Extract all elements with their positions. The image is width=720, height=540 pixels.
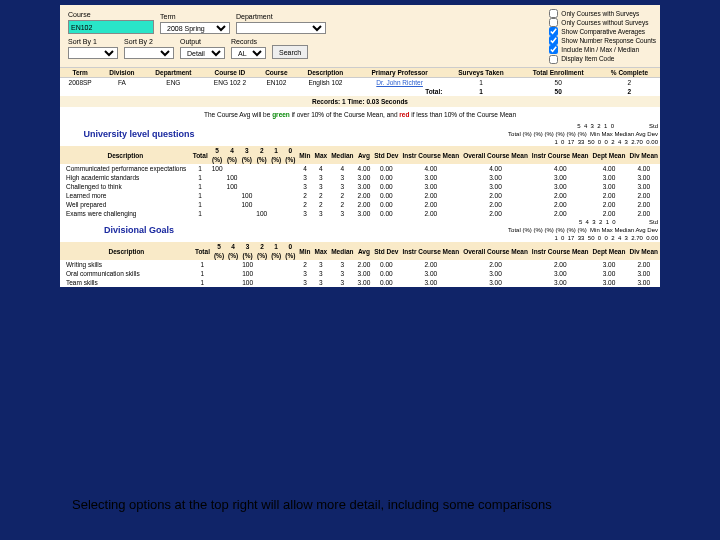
cell: 0.00 xyxy=(372,260,400,269)
n: 0 xyxy=(611,123,614,129)
th-desc: Description xyxy=(60,146,191,164)
cell xyxy=(283,191,297,200)
th: (%) xyxy=(269,251,283,260)
label-output: Output xyxy=(180,38,225,45)
cell xyxy=(225,200,240,209)
cell: 3 xyxy=(329,269,355,278)
cell: Challenged to think xyxy=(60,182,191,191)
cell xyxy=(225,209,240,218)
cell xyxy=(212,278,226,287)
cell: 3 xyxy=(313,260,330,269)
cell xyxy=(283,278,297,287)
checkbox[interactable] xyxy=(549,45,558,54)
records-select[interactable]: ALL xyxy=(231,47,266,59)
th: 0 xyxy=(283,242,297,251)
output-select[interactable]: Detail xyxy=(180,47,225,59)
cell: 4.00 xyxy=(400,164,461,173)
th: Instr Course Mean xyxy=(400,146,461,164)
checkbox[interactable] xyxy=(549,55,558,64)
n: 2 xyxy=(597,123,600,129)
cell: 100 xyxy=(225,173,240,182)
th: Min xyxy=(297,242,312,260)
cell xyxy=(283,209,297,218)
cell: 4 xyxy=(313,164,330,173)
opt-with-surveys[interactable]: Only Courses with Surveys xyxy=(549,9,656,18)
cell: 100 xyxy=(254,209,269,218)
opt-response-counts[interactable]: Show Number Response Counts xyxy=(549,36,656,45)
th: Total xyxy=(193,242,212,260)
th: Description xyxy=(296,68,355,78)
cell: EN102 xyxy=(257,78,296,88)
cell: 4 xyxy=(297,164,312,173)
th: 2 xyxy=(255,242,269,251)
cell: 3.00 xyxy=(461,182,530,191)
table-row: High academic standards11003333.000.003.… xyxy=(60,173,660,182)
th: 1 xyxy=(269,146,283,155)
v: 1 xyxy=(554,235,557,241)
th: Overall Course Mean xyxy=(461,242,530,260)
checkbox[interactable] xyxy=(549,36,558,45)
th: (%) xyxy=(225,155,240,164)
cell: 2008SP xyxy=(60,78,100,88)
checkbox[interactable] xyxy=(549,18,558,27)
th: (%) xyxy=(269,155,283,164)
th: 1 xyxy=(269,242,283,251)
th: Total Enrollment xyxy=(518,68,599,78)
checkbox[interactable] xyxy=(549,9,558,18)
cell: 4.00 xyxy=(530,164,591,173)
cell: 3.00 xyxy=(591,173,628,182)
cell: 3 xyxy=(313,182,330,191)
cell: 2.00 xyxy=(400,191,461,200)
cell: 1 xyxy=(191,200,210,209)
opt-comparative[interactable]: Show Comparative Averages xyxy=(549,27,656,36)
cell: Communicated performance expectations xyxy=(60,164,191,173)
cell xyxy=(269,269,283,278)
opt-label: Show Number Response Counts xyxy=(561,36,656,45)
cell xyxy=(225,191,240,200)
cell: 1 xyxy=(444,87,517,96)
th: (%) xyxy=(254,155,269,164)
sort2-select[interactable] xyxy=(124,47,174,59)
cell: 100 xyxy=(240,278,255,287)
opt-label: Include Min / Max / Median xyxy=(561,45,639,54)
cell: 3 xyxy=(313,269,330,278)
cell: 100 xyxy=(210,164,225,173)
table-row: Challenged to think11003333.000.003.003.… xyxy=(60,182,660,191)
v: 0.00 xyxy=(646,235,658,241)
cell xyxy=(254,200,269,209)
v: 50 xyxy=(588,139,595,145)
cell: 3.00 xyxy=(627,278,660,287)
th: Course xyxy=(257,68,296,78)
cell: 2.00 xyxy=(461,209,530,218)
cell xyxy=(269,209,283,218)
th: (%) xyxy=(239,155,254,164)
th: Department xyxy=(144,68,203,78)
cell xyxy=(226,260,240,269)
v: 0 xyxy=(598,139,601,145)
cell xyxy=(269,164,283,173)
cell: 2 xyxy=(599,78,660,88)
opt-min-max-median[interactable]: Include Min / Max / Median xyxy=(549,45,656,54)
cell: 3.00 xyxy=(461,278,530,287)
search-button[interactable]: Search xyxy=(272,45,308,59)
course-input[interactable] xyxy=(68,20,154,34)
n: 5 xyxy=(577,123,580,129)
term-select[interactable]: 2008 Spring xyxy=(160,22,230,34)
cell: 2.00 xyxy=(530,200,591,209)
cell: 2.00 xyxy=(461,260,530,269)
cell xyxy=(226,278,240,287)
cell: 4.00 xyxy=(591,164,628,173)
opt-item-code[interactable]: Display Item Code xyxy=(549,54,656,63)
professor-link[interactable]: Dr. John Richter xyxy=(376,79,423,86)
dept-select[interactable] xyxy=(236,22,326,34)
sort1-select[interactable] xyxy=(68,47,118,59)
cell: FA xyxy=(100,78,143,88)
opt-without-surveys[interactable]: Only Courses without Surveys xyxy=(549,18,656,27)
cell xyxy=(283,260,297,269)
table-row: 2008SP FA ENG ENG 102 2 EN102 English 10… xyxy=(60,78,660,88)
cell: 3.00 xyxy=(356,278,373,287)
v: 4 xyxy=(618,235,621,241)
cell: 2.00 xyxy=(591,200,628,209)
checkbox[interactable] xyxy=(549,27,558,36)
label-sort1: Sort By 1 xyxy=(68,38,118,45)
